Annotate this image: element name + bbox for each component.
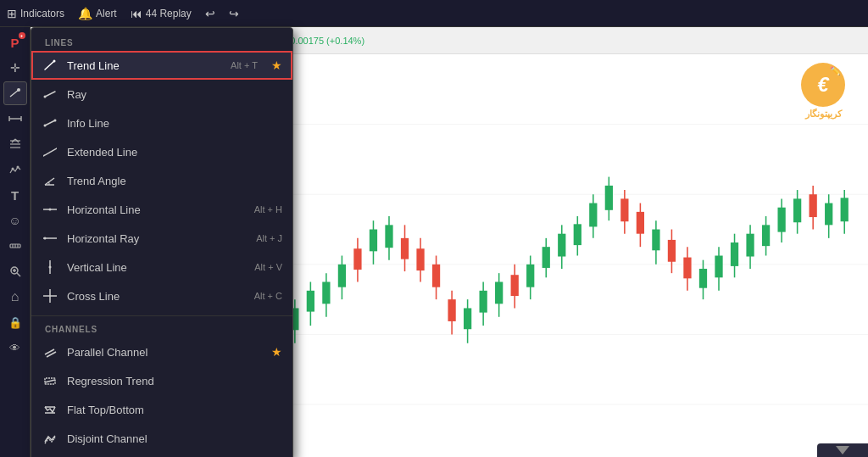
svg-rect-140 bbox=[746, 234, 754, 257]
regression-trend-icon bbox=[42, 372, 58, 389]
parallel-channel-star[interactable]: ★ bbox=[271, 345, 282, 359]
chart-change: +0.00175 (+0.14%) bbox=[285, 36, 364, 46]
dropdown-divider bbox=[31, 315, 292, 316]
emoji-tool[interactable]: ☺ bbox=[3, 209, 27, 232]
svg-line-24 bbox=[45, 120, 55, 125]
svg-line-17 bbox=[17, 273, 20, 276]
svg-rect-132 bbox=[683, 258, 691, 279]
svg-rect-148 bbox=[810, 194, 817, 217]
svg-point-26 bbox=[54, 120, 57, 122]
regression-trend-item[interactable]: Regression Trend bbox=[31, 366, 292, 395]
horizontal-line-item[interactable]: Horizontal Line Alt + H bbox=[31, 195, 292, 224]
flat-top-label: Flat Top/Bottom bbox=[67, 404, 282, 416]
svg-rect-86 bbox=[322, 281, 330, 304]
scroll-hint[interactable] bbox=[817, 443, 868, 457]
svg-rect-128 bbox=[652, 230, 659, 251]
vertical-line-label: Vertical Line bbox=[67, 261, 246, 274]
extended-line-item[interactable]: Extended Line bbox=[31, 137, 292, 166]
svg-point-31 bbox=[49, 209, 52, 211]
flat-top-item[interactable]: Flat Top/Bottom bbox=[31, 395, 292, 424]
parallel-channel-item[interactable]: Parallel Channel ★ bbox=[31, 337, 292, 366]
svg-point-35 bbox=[49, 266, 52, 269]
regression-trend-label: Regression Trend bbox=[67, 375, 282, 387]
svg-point-23 bbox=[44, 96, 47, 98]
svg-point-11 bbox=[16, 166, 19, 169]
main-area: P + ✛ bbox=[0, 27, 868, 457]
ray-item[interactable]: Ray bbox=[31, 80, 292, 109]
svg-point-21 bbox=[53, 60, 56, 63]
horizontal-ray-icon bbox=[42, 230, 58, 247]
svg-rect-142 bbox=[762, 225, 770, 246]
svg-rect-130 bbox=[668, 240, 676, 262]
svg-rect-98 bbox=[416, 248, 424, 270]
home-tool[interactable]: ⌂ bbox=[3, 285, 27, 309]
lines-dropdown: LINES Trend Line Alt + T ★ Ray Info Line bbox=[31, 27, 293, 457]
topbar-alert[interactable]: 🔔 Alert bbox=[78, 7, 117, 20]
lines-section-label: LINES bbox=[31, 35, 292, 51]
svg-rect-144 bbox=[777, 208, 785, 232]
cross-line-icon bbox=[42, 287, 58, 304]
svg-rect-118 bbox=[574, 224, 581, 245]
svg-rect-126 bbox=[637, 212, 644, 234]
trend-angle-item[interactable]: Trend Angle bbox=[31, 166, 292, 195]
topbar-indicators[interactable]: ⊞ Indicators bbox=[7, 7, 64, 20]
cross-line-label: Cross Line bbox=[67, 290, 246, 303]
svg-rect-138 bbox=[731, 242, 738, 266]
svg-rect-112 bbox=[526, 265, 534, 287]
svg-line-27 bbox=[43, 148, 57, 156]
vertical-line-item[interactable]: Vertical Line Alt + V bbox=[31, 253, 292, 281]
svg-rect-90 bbox=[353, 248, 361, 270]
watermark-logo: € ✏️ bbox=[801, 63, 845, 107]
svg-rect-106 bbox=[480, 291, 487, 313]
svg-rect-110 bbox=[511, 275, 519, 296]
parallel-channel-label: Parallel Channel bbox=[67, 346, 263, 359]
ruler-tool[interactable] bbox=[3, 234, 27, 258]
disjoint-channel-item[interactable]: Disjoint Channel bbox=[31, 424, 292, 453]
svg-rect-96 bbox=[401, 238, 409, 259]
zoom-tool[interactable] bbox=[3, 259, 27, 283]
scroll-arrow-icon bbox=[836, 446, 849, 454]
trend-angle-icon bbox=[42, 172, 58, 189]
trend-line-item[interactable]: Trend Line Alt + T ★ bbox=[31, 51, 292, 80]
pattern-tool[interactable] bbox=[3, 158, 27, 181]
indicators-label: Indicators bbox=[20, 8, 64, 20]
info-line-icon bbox=[42, 114, 58, 131]
cross-line-item[interactable]: Cross Line Alt + C bbox=[31, 281, 292, 310]
draw-line-tool[interactable] bbox=[3, 81, 27, 105]
svg-rect-88 bbox=[338, 265, 346, 287]
topbar-redo[interactable]: ↪ bbox=[229, 7, 239, 20]
lock-tool[interactable]: 🔒 bbox=[3, 310, 27, 334]
eye-tool[interactable]: 👁 bbox=[3, 336, 27, 359]
svg-rect-108 bbox=[495, 281, 503, 304]
fibonacci-tool[interactable] bbox=[3, 132, 27, 156]
trend-line-star[interactable]: ★ bbox=[271, 59, 282, 72]
svg-rect-152 bbox=[841, 198, 849, 221]
topbar-undo[interactable]: ↩ bbox=[205, 7, 215, 20]
ray-icon bbox=[42, 86, 58, 103]
extended-line-icon bbox=[42, 143, 58, 160]
measure-tool[interactable] bbox=[3, 107, 27, 131]
svg-rect-150 bbox=[825, 203, 832, 226]
replay-icon: ⏮ bbox=[131, 7, 142, 20]
svg-point-10 bbox=[11, 168, 14, 170]
trend-line-label: Trend Line bbox=[67, 59, 222, 72]
svg-rect-100 bbox=[432, 265, 440, 287]
svg-point-33 bbox=[44, 237, 47, 240]
cross-line-shortcut: Alt + C bbox=[254, 291, 282, 301]
logo-button[interactable]: P + bbox=[3, 31, 27, 54]
horizontal-line-icon bbox=[42, 201, 58, 218]
cursor-tool[interactable]: ✛ bbox=[3, 56, 27, 80]
trend-line-shortcut: Alt + T bbox=[231, 60, 258, 70]
horizontal-ray-item[interactable]: Horizontal Ray Alt + J bbox=[31, 224, 292, 253]
svg-rect-104 bbox=[464, 308, 471, 329]
svg-line-20 bbox=[45, 61, 54, 70]
text-tool[interactable]: T bbox=[3, 183, 27, 207]
alert-icon: 🔔 bbox=[78, 7, 92, 20]
trend-line-icon bbox=[42, 57, 58, 74]
info-line-item[interactable]: Info Line bbox=[31, 109, 292, 137]
horizontal-line-label: Horizontal Line bbox=[67, 203, 246, 216]
flat-top-icon bbox=[42, 401, 58, 418]
topbar-replay[interactable]: ⏮ 44 Replay bbox=[131, 7, 192, 20]
watermark: € ✏️ کریپتونگار bbox=[785, 61, 861, 120]
indicators-icon: ⊞ bbox=[7, 7, 17, 20]
